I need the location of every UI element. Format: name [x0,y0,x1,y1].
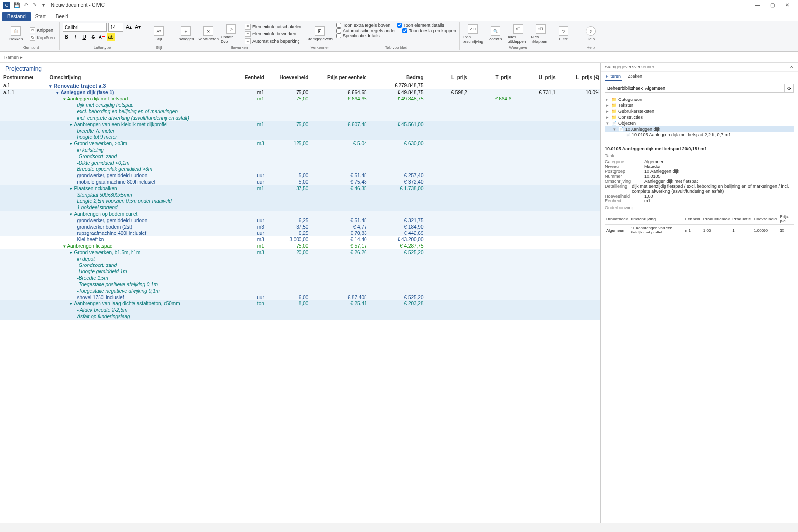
font-color-button[interactable]: A [98,33,106,41]
tree-node[interactable]: 📄10.0105 Aanleggen dijk met fietspad 2,2… [605,132,794,138]
chk-toeslag[interactable]: Toon toeslag en koppen [402,28,456,33]
detail-kv: OmschrijvingAanleggen dijk met fietspad [605,179,794,184]
panel-refresh-icon[interactable]: ⟳ [785,84,794,93]
detail-row[interactable]: Algemeen11 Aanbrengen van een kleidijk m… [605,225,794,236]
panel-search: ⟳ [601,82,798,95]
qat-undo-icon[interactable]: ↶ [22,1,30,9]
filter-button[interactable]: ▽Filter [553,26,574,41]
tree-node[interactable]: ▸📁Categorieen [605,97,794,102]
detail-kv: Nummer10.0105 [605,174,794,179]
zoeken-button[interactable]: 🔍Zoeken [485,26,506,41]
tree-node[interactable]: ▸📁Constructies [605,114,794,120]
panel-tree[interactable]: ▸📁Categorieen▸📁Teksten▸📁Gebruikerstekste… [601,95,798,140]
italic-button[interactable]: I [71,33,79,41]
ribbon-tabs: Bestand Start Beeld [0,10,798,21]
titlebar: C 💾 ↶ ↷ ▾ Nieuw document - CIVIC — ▢ ✕ [0,0,798,10]
db-icon: 🗄 [315,26,325,36]
close-icon[interactable]: ✕ [780,0,795,10]
col-hoev[interactable]: Hoeveelheid [267,73,312,82]
underline-button[interactable]: U [80,33,88,41]
window-title: Nieuw document - CIVIC [51,2,105,8]
opt3-button[interactable]: ≡Automatische beperking [243,38,303,45]
qat-save-icon[interactable]: 💾 [13,1,21,9]
col-eh[interactable]: Eenheid [233,73,267,82]
chk-spec[interactable]: Specificatie details [336,33,380,38]
font-size-select[interactable] [108,23,123,32]
bold-button[interactable]: B [63,33,70,41]
group-clipboard: 📋 Plakken ✂Knippen ⧉Kopiëren Klembord [2,22,60,50]
check-icon: ✓□ [468,24,478,34]
detail-kv: NiveauMatador [605,164,794,169]
tree-node[interactable]: ▸📁Teksten [605,102,794,108]
help-button[interactable]: ?Help [580,26,601,41]
group-tools: ✓□Toon beschrijving 🔍Zoeken ↕⊞Alles uitk… [460,22,577,50]
highlight-button[interactable]: ab [107,33,115,41]
group-edit: ＋Invoegen ✕Verwijderen ▷Update Dvo ≡Elem… [172,22,306,50]
group-style: Aᵅ Stijl Stijl [145,22,172,50]
panel-search-input[interactable] [605,84,785,93]
tab-start[interactable]: Start [31,12,51,21]
tree-node[interactable]: ▾📄Objecten [605,120,794,126]
detail-title: 10.0105 Aanleggen dijk met fietspad 20/0… [605,146,794,151]
detail-kv: Hoeveelheid1,00 [605,194,794,199]
tree-node[interactable]: ▾📄10 Aanleggen dijk [605,126,794,132]
qat-redo-icon[interactable]: ↷ [31,1,38,9]
tab-bestand[interactable]: Bestand [2,12,31,21]
maximize-icon[interactable]: ▢ [765,0,780,10]
qat-dropdown-icon[interactable]: ▾ [39,1,47,9]
detail-kv: CategorieAlgemeen [605,159,794,164]
copy-button[interactable]: ⧉Kopiëren [28,34,56,41]
update-button[interactable]: ▷Update Dvo [221,24,241,44]
font-family-select[interactable] [63,23,107,32]
breadcrumb: Ramen ▸ [0,52,798,63]
play-icon: ▷ [226,24,236,34]
app-icon: C [3,2,10,9]
paste-button[interactable]: 📋 Plakken [5,26,26,41]
search-icon: 🔍 [491,26,500,36]
expand-button[interactable]: ↕⊞Alles uitklappen [508,24,529,44]
group-view: Toon extra regels boven Toon element det… [333,22,460,50]
col-oms[interactable]: Omschrijving [46,73,232,82]
funnel-icon: ▽ [559,26,568,36]
collapse-button[interactable]: ↕⊟Alles inklappen [531,24,551,44]
panel-tab-search[interactable]: Zoeken [627,73,643,81]
col-lprijs[interactable]: L_prijs [426,73,470,82]
x-icon: ✕ [203,26,213,36]
stam-button[interactable]: 🗄Stamgegevens [309,26,330,41]
tree-node[interactable]: ▸📁Gebruikersteksten [605,108,794,114]
cut-icon: ✂ [30,27,35,33]
panel-tab-filter[interactable]: Filteren [605,73,622,81]
col-bedrag[interactable]: Bedrag [370,73,427,82]
chk-extra-boven[interactable]: Toon extra regels boven [336,23,390,28]
opt2-button[interactable]: ≡Elementinfo bewerken [243,31,303,37]
panel-detail: 10.0105 Aanleggen dijk met fietspad 20/0… [601,144,798,523]
cut-button[interactable]: ✂Knippen [28,27,56,33]
collapse-icon: ↕⊟ [536,24,546,34]
minimize-icon[interactable]: — [750,0,765,10]
copy-icon: ⧉ [30,35,35,41]
insert-button[interactable]: ＋Invoegen [175,26,196,41]
toon-button[interactable]: ✓□Toon beschrijving [463,24,483,44]
expand-icon: ↕⊞ [513,24,523,34]
font-shrink-icon[interactable]: A▾ [134,23,142,31]
side-panel: Stamgegevensverkenner ✕ Filteren Zoeken … [600,63,798,523]
group-help: ?Help Help [577,22,604,50]
col-ppe[interactable]: Prijs per eenheid [311,73,369,82]
ribbon: 📋 Plakken ✂Knippen ⧉Kopiëren Klembord A▴… [0,21,798,52]
strike-button[interactable]: S̶ [89,33,97,41]
tab-beeld[interactable]: Beeld [51,12,73,21]
style-button[interactable]: Aᵅ Stijl [148,26,169,41]
col-post[interactable]: Postnummer [0,73,46,82]
panel-tabs: Filteren Zoeken [601,72,798,82]
col-tprijs[interactable]: T_prijs [470,73,514,82]
paste-icon: 📋 [11,26,21,36]
font-grow-icon[interactable]: A▴ [125,23,133,31]
col-uprijs[interactable]: U_prijs [514,73,558,82]
detail-kv: Detailleringdijk met eenzijdig fietspad … [605,184,794,194]
panel-close-icon[interactable]: ✕ [790,65,794,69]
chk-element-details[interactable]: Toon element details [397,23,444,28]
chk-auto-onder[interactable]: Automatische regels onder [336,28,396,33]
col-lprijspct[interactable]: L_prijs (€) [559,73,602,82]
delete-button[interactable]: ✕Verwijderen [198,26,219,41]
opt1-button[interactable]: ≡Elementinfo uitschakelen [243,23,303,30]
